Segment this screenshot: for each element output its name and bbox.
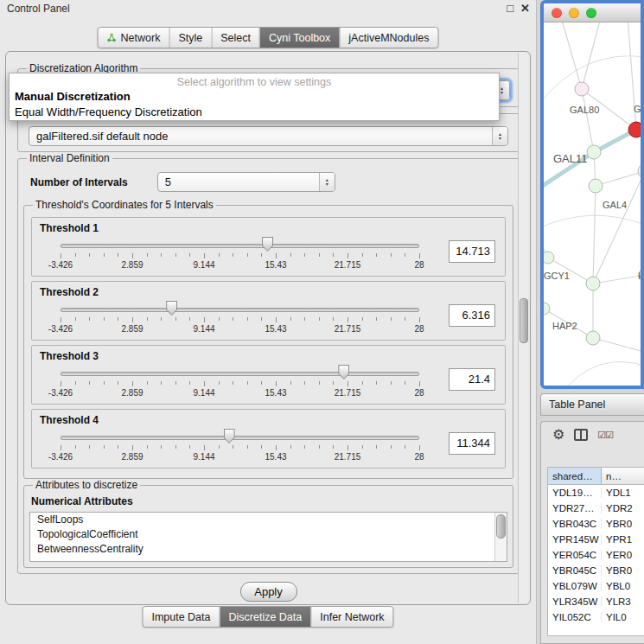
tick-mark [333, 253, 334, 257]
tick-mark [132, 445, 133, 450]
tab-network[interactable]: Network [99, 28, 169, 48]
column-header-shared-name[interactable]: shared… [548, 468, 602, 484]
table-row[interactable]: YBR043CYBR0 [548, 516, 644, 532]
control-panel-scrollbar[interactable] [518, 53, 528, 603]
network-node[interactable] [586, 277, 600, 290]
tick-mark [132, 253, 133, 258]
tab-style[interactable]: Style [169, 28, 211, 48]
slider-thumb[interactable] [262, 237, 273, 252]
slider-ticks [61, 381, 419, 387]
slider-ticks [61, 317, 419, 323]
apply-button[interactable]: Apply [240, 582, 297, 602]
network-node-label: GAL80 [570, 105, 599, 115]
numerical-attributes-label: Numerical Attributes [31, 495, 507, 507]
tick-mark [189, 381, 190, 385]
threshold-label: Threshold 3 [40, 350, 497, 362]
list-item[interactable]: SelfLoops [30, 513, 507, 527]
tab-jactivemnodules[interactable]: jActiveMNodules [339, 28, 437, 48]
table-row[interactable]: YLR345WYLR3 [548, 594, 644, 609]
num-intervals-combobox[interactable]: 5 ▴▾ [157, 172, 335, 192]
threshold-slider[interactable]: -3.4262.8599.14415.4321.71528 [40, 363, 440, 402]
column-header-name[interactable]: n… [602, 468, 644, 484]
minimize-traffic-light[interactable] [569, 8, 579, 18]
tick-mark [419, 253, 420, 258]
network-window-titlebar[interactable] [544, 3, 641, 22]
list-item[interactable]: BetweennessCentrality [30, 542, 507, 557]
network-node[interactable] [628, 122, 641, 137]
cell-name: YIL0 [602, 612, 644, 622]
threshold-value-field[interactable] [449, 432, 495, 455]
tick-mark [175, 445, 176, 449]
tab-infer-network[interactable]: Infer Network [310, 607, 392, 627]
close-icon[interactable]: ✕ [520, 2, 530, 15]
threshold-value-field[interactable] [449, 240, 495, 263]
table-row[interactable]: YBL079WYBL0 [548, 578, 644, 594]
threshold-value-field[interactable] [449, 368, 495, 391]
tick-mark [419, 317, 420, 322]
list-item[interactable]: TopologicalCoefficient [30, 527, 507, 542]
tick-mark [276, 445, 277, 450]
slider-inner: -3.4262.8599.14415.4321.71528 [61, 427, 419, 466]
table-row[interactable]: YDL19…YDL1 [548, 485, 644, 501]
tick-mark [333, 381, 334, 385]
table-row[interactable]: YDR27…YDR2 [548, 501, 644, 516]
slider-inner: -3.4262.8599.14415.4321.71528 [61, 363, 419, 402]
network-node[interactable] [544, 252, 554, 264]
dropdown-option[interactable]: Manual Discretization [10, 89, 499, 105]
zoom-traffic-light[interactable] [586, 8, 596, 18]
tick-mark [118, 381, 118, 385]
slider-inner: -3.4262.8599.14415.4321.71528 [61, 299, 419, 338]
list-scrollbar[interactable] [494, 513, 507, 561]
slider-thumb[interactable] [338, 365, 349, 379]
network-node[interactable] [638, 164, 641, 178]
tab-cyni-toolbox[interactable]: Cyni Toolbox [259, 28, 339, 48]
scrollbar-thumb[interactable] [520, 298, 528, 343]
scrollbar-thumb[interactable] [496, 514, 506, 539]
cell-name: YPR1 [602, 534, 644, 545]
select-columns-icon[interactable]: ☑☑ [597, 430, 613, 441]
tick-mark [104, 317, 105, 321]
threshold-slider[interactable]: -3.4262.8599.14415.4321.71528 [40, 299, 440, 338]
tab-label: Select [220, 32, 251, 44]
combobox-stepper-icon: ▴▾ [319, 173, 335, 191]
tick-mark [304, 253, 305, 257]
threshold-row: -3.4262.8599.14415.4321.71528 [40, 363, 497, 402]
slider-track [61, 436, 419, 440]
number-of-intervals-label: Number of Intervals [30, 176, 128, 188]
settings-icon[interactable]: ⚙ [552, 428, 564, 442]
threshold-value-field[interactable] [449, 304, 495, 327]
network-node[interactable] [575, 82, 589, 96]
float-window-icon[interactable]: □ [507, 2, 513, 15]
tick-mark [233, 253, 233, 257]
tab-select[interactable]: Select [211, 28, 259, 48]
network-node[interactable] [587, 145, 601, 159]
tick-mark [376, 381, 377, 385]
columns-icon[interactable] [574, 429, 588, 441]
network-node[interactable] [589, 179, 603, 193]
network-canvas[interactable]: GAL80GAGAL11GAL4GCY1HHAP2 [544, 22, 641, 386]
dropdown-option[interactable]: Equal Width/Frequency Discretization [10, 105, 499, 120]
tick-mark [219, 253, 220, 257]
tab-discretize-data[interactable]: Discretize Data [220, 607, 311, 627]
tick-mark [75, 317, 76, 321]
threshold-slider[interactable]: -3.4262.8599.14415.4321.71528 [40, 235, 440, 274]
table-row[interactable]: YBR045CYBR0 [548, 563, 644, 578]
network-node[interactable] [586, 331, 600, 345]
table-row[interactable]: YPR145WYPR1 [548, 532, 644, 547]
group-title: Attributes to discretize [33, 479, 140, 491]
tick-mark [204, 445, 205, 450]
close-traffic-light[interactable] [552, 8, 562, 18]
slider-thumb[interactable] [166, 301, 177, 316]
threshold-slider[interactable]: -3.4262.8599.14415.4321.71528 [40, 427, 440, 466]
table-row[interactable]: YIL052CYIL0 [548, 609, 644, 625]
network-node[interactable] [544, 303, 550, 315]
cell-shared-name: YBR045C [548, 565, 602, 576]
slider-thumb-face [167, 302, 176, 315]
table-row[interactable]: YER054CYER0 [548, 547, 644, 563]
combobox-value: galFiltered.sif default node [36, 130, 168, 143]
table-data-combobox[interactable]: galFiltered.sif default node ▴▾ [29, 126, 508, 146]
threshold-label: Threshold 4 [40, 414, 497, 426]
tab-impute-data[interactable]: Impute Data [143, 607, 219, 627]
slider-thumb[interactable] [224, 429, 235, 443]
tick-mark [219, 445, 220, 449]
